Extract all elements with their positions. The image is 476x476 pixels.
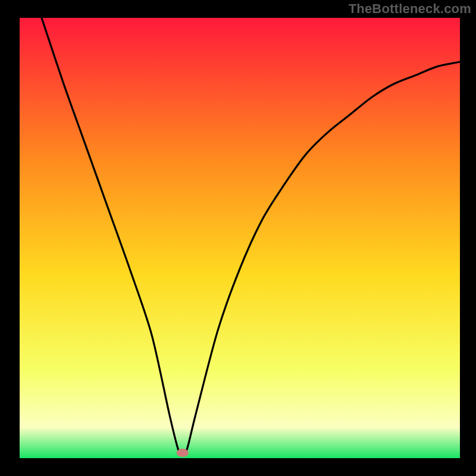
- optimal-point-marker: [177, 449, 189, 457]
- watermark-label: TheBottleneck.com: [349, 1, 471, 17]
- chart-frame: TheBottleneck.com: [0, 0, 476, 476]
- bottleneck-chart: [0, 0, 476, 476]
